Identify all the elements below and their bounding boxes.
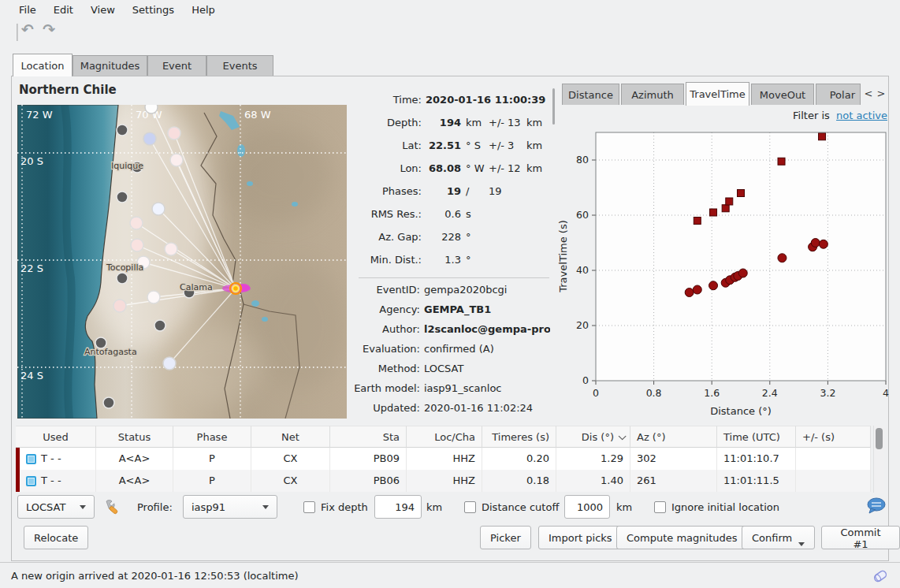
tab-polar[interactable]: Polar [816, 84, 861, 105]
azgap-value: 228 [424, 229, 461, 245]
evaluation-value: confirmed (A) [424, 341, 550, 357]
scrollbar-thumb[interactable] [876, 428, 883, 449]
comment-bubble-icon[interactable] [865, 497, 887, 515]
col-az[interactable]: Az (°) [630, 426, 717, 448]
agency-value: GEMPA_TB1 [424, 302, 550, 318]
menu-help[interactable]: Help [184, 2, 223, 18]
traveltime-plot[interactable]: 00.81.62.43.24020406080 Distance (°) Tra… [554, 125, 894, 422]
svg-text:0: 0 [593, 387, 599, 399]
residual-color-bar [16, 448, 20, 470]
col-timeres[interactable]: Timeres (s) [482, 426, 556, 448]
chevron-down-icon [798, 542, 805, 546]
toolbar-handle [17, 24, 18, 41]
status-bar: A new origin arrived at 2020-01-16 12:50… [0, 562, 900, 588]
tab-magnitudes[interactable]: Magnitudes [73, 55, 147, 76]
profile-select[interactable]: iasp91 [183, 495, 277, 519]
tab-moveout[interactable]: MoveOut [751, 84, 814, 105]
commit-button[interactable]: Commit #1 [821, 526, 900, 549]
tab-azimuth[interactable]: Azimuth [621, 84, 684, 105]
info-separator [359, 277, 549, 278]
svg-text:80: 80 [576, 154, 589, 166]
confirm-button[interactable]: Confirm [742, 526, 815, 549]
tab-events[interactable]: Events [206, 55, 273, 76]
col-net[interactable]: Net [251, 426, 330, 448]
col-used[interactable]: Used [16, 426, 96, 448]
col-plusminus[interactable]: +/- (s) [796, 426, 871, 448]
scatter-point-circle [811, 239, 820, 247]
tab-scroll-left-icon[interactable]: < [862, 85, 875, 102]
chevron-down-icon [80, 505, 86, 509]
scatter-point-square [738, 190, 745, 197]
lon-value: 68.08 [424, 161, 461, 177]
locator-select[interactable]: LOCSAT [17, 495, 95, 519]
svg-text:20: 20 [576, 319, 589, 331]
tab-location[interactable]: Location [13, 54, 73, 76]
phases-value: 19 [424, 184, 461, 199]
ignore-initial-location-checkbox[interactable] [654, 501, 666, 513]
table-row[interactable]: T - - A<A> P CX PB09 HHZ 0.20 1.29 302 1… [16, 448, 871, 470]
tab-distance[interactable]: Distance [562, 84, 619, 105]
distance-cutoff-input[interactable] [564, 495, 610, 519]
filter-status: Filter is not active [793, 110, 887, 121]
import-picks-button[interactable]: Import picks [538, 526, 623, 549]
svg-text:40: 40 [576, 264, 589, 276]
toolbar: ↶ ↷ [0, 19, 900, 46]
azgap-label: Az. Gap: [347, 229, 422, 245]
rms-label: RMS Res.: [347, 207, 422, 222]
picker-button[interactable]: Picker [480, 526, 531, 549]
col-time[interactable]: Time (UTC) [717, 426, 796, 448]
menu-settings[interactable]: Settings [125, 2, 182, 18]
mindist-value: 1.3 [424, 252, 461, 268]
scatter-point-square [819, 133, 826, 140]
fix-depth-input[interactable] [374, 495, 422, 519]
scatter-point-circle [685, 288, 694, 297]
sort-desc-icon [619, 432, 627, 440]
panel-splitter-handle[interactable] [552, 88, 555, 125]
col-dis[interactable]: Dis (°) [556, 426, 630, 448]
fix-depth-checkbox[interactable] [303, 501, 315, 513]
time-label: Time: [347, 92, 422, 108]
relocate-button[interactable]: Relocate [24, 526, 88, 549]
tab-scroll-right-icon[interactable]: > [875, 85, 887, 102]
time-value: 2020-01-16 11:00:39 [426, 92, 545, 108]
menu-view[interactable]: View [83, 2, 123, 18]
ignore-initial-location-label: Ignore initial location [671, 501, 779, 514]
table-row[interactable]: T - - A<A> P CX PB06 HHZ 0.18 1.40 261 1… [16, 470, 871, 492]
col-loccha[interactable]: Loc/Cha [407, 426, 482, 448]
menubar: File Edit View Settings Help [0, 0, 900, 19]
scatter-point-square [778, 158, 785, 165]
locator-settings-wrench-icon[interactable] [103, 498, 121, 515]
filter-toggle-link[interactable]: not active [836, 110, 887, 121]
col-sta[interactable]: Sta [330, 426, 407, 448]
back-arrow-icon[interactable]: ↶ [21, 20, 34, 38]
depth-value: 194 [424, 115, 461, 131]
residual-color-bar [16, 470, 20, 492]
forward-arrow-icon[interactable]: ↷ [43, 20, 55, 38]
menu-file[interactable]: File [11, 2, 44, 18]
used-checkbox[interactable] [26, 476, 36, 486]
plot-xlabel: Distance (°) [710, 405, 772, 417]
col-status[interactable]: Status [96, 426, 173, 448]
database-connection-icon[interactable] [872, 568, 889, 585]
updated-value: 2020-01-16 11:02:24 [424, 400, 550, 416]
col-phase[interactable]: Phase [173, 426, 251, 448]
rms-value: 0.6 [424, 207, 461, 222]
tab-event[interactable]: Event [147, 55, 206, 76]
depth-label: Depth: [347, 115, 422, 131]
profile-label: Profile: [137, 501, 173, 514]
table-scrollbar[interactable] [873, 426, 884, 493]
chevron-down-icon [262, 505, 269, 509]
scatter-point-circle [709, 281, 718, 290]
status-message: A new origin arrived at 2020-01-16 12:50… [11, 570, 299, 582]
lat-value: 22.51 [424, 138, 461, 154]
menu-edit[interactable]: Edit [46, 2, 81, 18]
scatter-point-square [710, 209, 717, 216]
scatter-point-circle [778, 254, 787, 262]
fix-depth-unit: km [426, 501, 442, 514]
compute-magnitudes-button[interactable]: Compute magnitudes [616, 526, 748, 549]
svg-text:4: 4 [883, 387, 889, 399]
used-checkbox[interactable] [26, 454, 36, 464]
tab-traveltime[interactable]: TravelTime [686, 82, 749, 106]
scatter-point-square [722, 205, 729, 212]
distance-cutoff-checkbox[interactable] [464, 501, 476, 513]
